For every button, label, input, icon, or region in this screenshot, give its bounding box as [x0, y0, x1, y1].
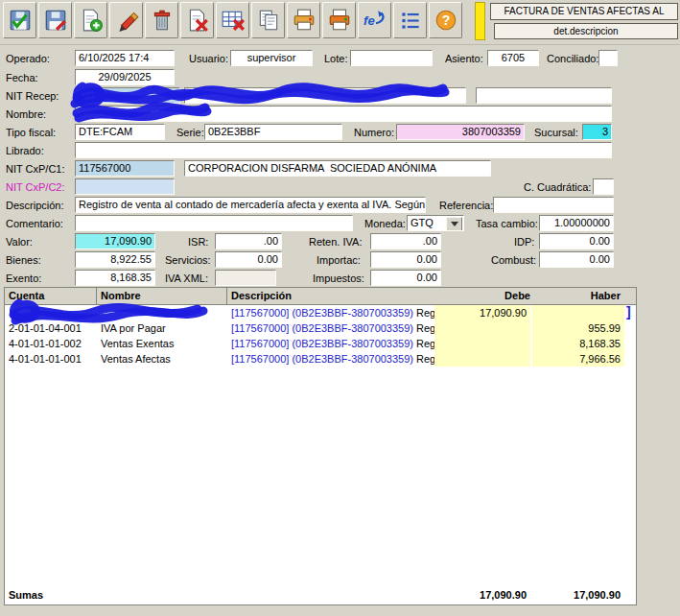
asiento-field[interactable]: 6705: [487, 50, 539, 66]
cell-cuenta[interactable]: 4-01-01-01-001: [9, 351, 95, 367]
cell-nombre[interactable]: IVA por Pagar: [101, 320, 225, 336]
desc-text: Registro de: [413, 322, 434, 334]
save-close-icon: [8, 8, 33, 33]
isr-field[interactable]: .00: [215, 233, 282, 249]
servicios-label: Servicios:: [165, 252, 211, 269]
chevron-down-icon[interactable]: [446, 217, 462, 231]
save-close-button[interactable]: [3, 2, 36, 38]
cell-debe[interactable]: [434, 351, 530, 367]
print-alt-button[interactable]: [322, 2, 356, 38]
cell-haber[interactable]: 8,168.35: [532, 336, 624, 351]
void-document-button[interactable]: [180, 2, 214, 38]
cell-nombre[interactable]: [101, 305, 225, 320]
cell-descripcion[interactable]: [117567000] (0B2E3BBF-3807003359) Regist…: [231, 336, 434, 351]
combust-field[interactable]: 0.00: [539, 251, 614, 268]
cell-cuenta[interactable]: 2-01-01-04-001: [9, 320, 95, 336]
importac-field[interactable]: 0.00: [370, 251, 441, 268]
c-cuadratica-label: C. Cuadrática:: [524, 179, 591, 196]
lote-field[interactable]: [350, 50, 433, 66]
c-cuadratica-field[interactable]: [593, 178, 614, 195]
fecha-field[interactable]: 29/09/2025: [75, 69, 175, 85]
cell-haber[interactable]: 7,966.56: [532, 351, 624, 367]
usuario-field[interactable]: supervisor: [230, 50, 313, 66]
trash-icon: [150, 8, 175, 33]
bienes-label: Bienes:: [6, 252, 41, 269]
tasa-cambio-field[interactable]: 1.00000000: [539, 215, 614, 231]
cell-descripcion[interactable]: [117567000] (0B2E3BBF-3807003359) Regist…: [231, 320, 434, 336]
conciliado-field[interactable]: [598, 50, 618, 66]
desc-reference: [117567000] (0B2E3BBF-3807003359): [231, 353, 413, 365]
operado-field[interactable]: 6/10/2025 17:4: [75, 50, 175, 66]
moneda-select[interactable]: GTQ: [407, 215, 464, 231]
sumas-row: Sumas 17,090.90 17,090.90: [5, 587, 636, 603]
cell-cuenta[interactable]: 4-01-01-01-002: [9, 336, 95, 351]
serie-field[interactable]: 0B2E3BBF: [204, 124, 342, 140]
desc-text: Registro de: [413, 307, 434, 319]
fel-button[interactable]: fe: [358, 2, 391, 38]
table-row[interactable]: 2-01-01-04-001 IVA por Pagar [117567000]…: [5, 320, 636, 336]
librado-field[interactable]: [75, 142, 612, 158]
delete-grid-button[interactable]: [216, 2, 249, 38]
cell-debe[interactable]: [434, 320, 530, 336]
save-button[interactable]: [38, 2, 72, 38]
descripcion-label: Descripción:: [6, 198, 64, 214]
cell-cuenta[interactable]: [9, 305, 95, 320]
exento-field[interactable]: 8,168.35: [75, 270, 155, 286]
header-haber: Haber: [532, 288, 621, 304]
table-row[interactable]: 4-01-01-01-002 Ventas Exentas [117567000…: [5, 336, 636, 351]
valor-field[interactable]: 17,090.90: [75, 233, 155, 249]
nit-recep-extra-field[interactable]: [476, 87, 612, 104]
desc-reference: [117567000] (0B2E3BBF-3807003359): [231, 338, 413, 349]
table-header-row: Cuenta Nombre Descripción Debe Haber: [5, 288, 636, 305]
cell-haber[interactable]: [532, 305, 624, 320]
cell-nombre[interactable]: Ventas Exentas: [101, 336, 225, 351]
table-row[interactable]: 4-01-01-01-001 Ventas Afectas [117567000…: [5, 351, 636, 367]
cell-debe[interactable]: [434, 336, 530, 351]
nit-recep-field[interactable]: [75, 87, 180, 104]
numero-field[interactable]: 3807003359: [396, 124, 525, 140]
copy-button[interactable]: [251, 2, 285, 38]
print-button[interactable]: [287, 2, 320, 38]
nombre-field[interactable]: [75, 106, 612, 122]
idp-field[interactable]: 0.00: [539, 233, 614, 249]
desc-reference: [117567000] (0B2E3BBF-3807003359): [231, 322, 413, 334]
ink-bracket-mark: ]: [626, 304, 631, 320]
bienes-field[interactable]: 8,922.55: [75, 251, 155, 268]
edit-pencil-icon: [114, 8, 139, 33]
operado-label: Operado:: [6, 51, 50, 67]
tipo-fiscal-field[interactable]: DTE:FCAM: [75, 124, 165, 140]
cell-debe[interactable]: 17,090.90: [434, 305, 530, 320]
cell-descripcion[interactable]: [117567000] (0B2E3BBF-3807003359) Regist…: [231, 351, 434, 367]
cell-descripcion[interactable]: [117567000] (0B2E3BBF-3807003359) Regist…: [231, 305, 434, 320]
sucursal-label: Sucursal:: [534, 125, 578, 141]
nit-recep-name-field[interactable]: [184, 87, 466, 104]
new-button[interactable]: [74, 2, 107, 38]
cell-nombre[interactable]: Ventas Afectas: [101, 351, 225, 367]
valor-label: Valor:: [6, 234, 33, 250]
sumas-haber-total: 17,090.90: [532, 587, 624, 603]
descripcion-field[interactable]: Registro de venta al contado de mercader…: [75, 197, 426, 213]
list-button[interactable]: [393, 2, 427, 38]
nit-cxp-c1-field[interactable]: 117567000: [75, 160, 175, 177]
table-row[interactable]: [117567000] (0B2E3BBF-3807003359) Regist…: [5, 305, 636, 320]
impuestos-field[interactable]: 0.00: [370, 270, 441, 286]
save-icon: [43, 8, 68, 33]
servicios-field[interactable]: 0.00: [215, 251, 282, 268]
help-icon: ?: [434, 8, 458, 33]
reten-iva-field[interactable]: .00: [370, 233, 441, 249]
help-button[interactable]: ?: [429, 2, 462, 38]
razon-social-field[interactable]: CORPORACION DISFARMA SOCIEDAD ANÓNIMA: [184, 160, 491, 177]
tasa-cambio-label: Tasa cambio:: [476, 216, 538, 232]
referencia-label: Referencia:: [439, 198, 493, 214]
edit-button[interactable]: [109, 2, 143, 38]
header-descripcion: Descripción: [231, 288, 292, 304]
exento-label: Exento:: [6, 271, 41, 287]
iva-xml-field[interactable]: [215, 270, 276, 286]
comentario-field[interactable]: [75, 215, 353, 231]
entries-table: Cuenta Nombre Descripción Debe Haber [11…: [4, 287, 637, 605]
cell-haber[interactable]: 955.99: [532, 320, 624, 336]
nit-cxp-c2-field[interactable]: [75, 178, 175, 195]
delete-button[interactable]: [145, 2, 178, 38]
referencia-field[interactable]: [493, 197, 614, 213]
sucursal-field[interactable]: 3: [582, 124, 612, 140]
